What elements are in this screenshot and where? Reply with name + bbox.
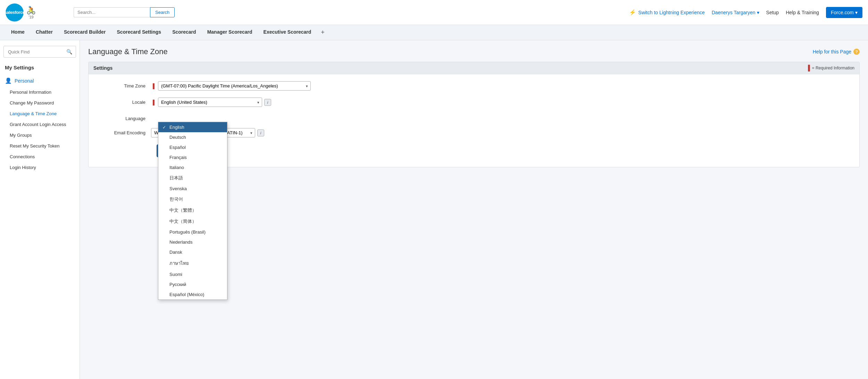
language-option-svenska[interactable]: Svenska bbox=[158, 184, 227, 194]
language-option-nederlands[interactable]: Nederlands bbox=[158, 237, 227, 247]
person-icon: 👤 bbox=[5, 77, 12, 84]
main-layout: 🔍 My Settings 👤 Personal Personal Inform… bbox=[0, 40, 868, 379]
sidebar-item-reset-token[interactable]: Reset My Security Token bbox=[0, 141, 80, 151]
user-menu[interactable]: Daenerys Targaryen ▾ bbox=[712, 10, 759, 15]
salesforce-logo: salesforce bbox=[6, 3, 24, 22]
sidebar-item-login-history[interactable]: Login History bbox=[0, 162, 80, 173]
form-buttons: Save Cancel bbox=[157, 144, 845, 157]
settings-panel-header: Settings ▐ = Required Information bbox=[89, 62, 859, 74]
locale-label: Locale bbox=[102, 98, 151, 105]
locale-field: ▐ English (United States) i bbox=[151, 98, 845, 107]
language-option-chinese-simp[interactable]: 中文（简体） bbox=[158, 216, 227, 227]
nav-home[interactable]: Home bbox=[6, 26, 30, 39]
setup-link[interactable]: Setup bbox=[766, 10, 779, 15]
language-option-dansk[interactable]: Dansk bbox=[158, 247, 227, 257]
content-area: Language & Time Zone Help for this Page … bbox=[80, 40, 868, 379]
language-option-thai[interactable]: ภาษาไทย bbox=[158, 257, 227, 269]
sidebar-group-personal[interactable]: 👤 Personal bbox=[0, 75, 80, 87]
language-option-russian[interactable]: Русский bbox=[158, 279, 227, 289]
chevron-down-icon: ▾ bbox=[757, 10, 759, 15]
sidebar-item-grant-login[interactable]: Grant Account Login Access bbox=[0, 119, 80, 130]
logo-area: salesforce 🚴 '19 bbox=[6, 3, 68, 22]
required-bar: ▐ bbox=[806, 65, 810, 71]
language-option-korean[interactable]: 한국어 bbox=[158, 194, 227, 205]
timezone-label: Time Zone bbox=[102, 81, 151, 89]
language-option-japanese[interactable]: 日本語 bbox=[158, 172, 227, 184]
nav-scorecard[interactable]: Scorecard bbox=[167, 26, 201, 39]
language-option-espanol[interactable]: Español bbox=[158, 142, 227, 152]
sidebar-item-connections[interactable]: Connections bbox=[0, 151, 80, 162]
search-input[interactable] bbox=[74, 7, 150, 17]
settings-panel: Settings ▐ = Required Information Time Z… bbox=[88, 62, 860, 167]
help-circle-icon: ? bbox=[853, 49, 860, 55]
language-option-francais[interactable]: Français bbox=[158, 152, 227, 162]
search-icon: 🔍 bbox=[66, 49, 72, 54]
sidebar-item-personal-information[interactable]: Personal Information bbox=[0, 87, 80, 98]
nav-chatter[interactable]: Chatter bbox=[30, 26, 58, 39]
language-option-chinese-trad[interactable]: 中文（繁體） bbox=[158, 205, 227, 216]
language-option-deutsch[interactable]: Deutsch bbox=[158, 132, 227, 142]
lightning-switch-button[interactable]: ⚡ Switch to Lightning Experience bbox=[629, 9, 704, 16]
email-encoding-label: Email Encoding bbox=[102, 128, 151, 135]
content-header: Language & Time Zone Help for this Page … bbox=[88, 47, 860, 56]
nav-scorecard-settings[interactable]: Scorecard Settings bbox=[111, 26, 167, 39]
page-title: Language & Time Zone bbox=[88, 47, 168, 56]
checkmark-icon: ✓ bbox=[162, 125, 167, 130]
language-option-portuguese[interactable]: Português (Brasil) bbox=[158, 227, 227, 237]
sidebar: 🔍 My Settings 👤 Personal Personal Inform… bbox=[0, 40, 80, 379]
chevron-down-icon: ▾ bbox=[855, 10, 858, 15]
force-com-button[interactable]: Force.com ▾ bbox=[826, 7, 862, 18]
language-dropdown: ✓ English Deutsch Español bbox=[158, 122, 227, 300]
timezone-select[interactable]: (GMT-07:00) Pacific Daylight Time (Ameri… bbox=[158, 81, 311, 91]
search-area: Search bbox=[74, 7, 175, 17]
timezone-field: ▐ (GMT-07:00) Pacific Daylight Time (Ame… bbox=[151, 81, 845, 91]
locale-row: Locale ▐ English (United States) i bbox=[102, 98, 845, 107]
nav-scorecard-builder[interactable]: Scorecard Builder bbox=[58, 26, 111, 39]
sidebar-item-change-password[interactable]: Change My Password bbox=[0, 98, 80, 108]
locale-required-indicator: ▐ bbox=[151, 100, 155, 105]
nav-executive-scorecard[interactable]: Executive Scorecard bbox=[258, 26, 317, 39]
top-right-nav: ⚡ Switch to Lightning Experience Daenery… bbox=[629, 7, 862, 18]
language-option-espanol-mexico[interactable]: Español (México) bbox=[158, 289, 227, 300]
quick-find-area[interactable]: 🔍 bbox=[3, 46, 76, 58]
help-training-link[interactable]: Help & Training bbox=[786, 10, 819, 15]
search-button[interactable]: Search bbox=[150, 7, 175, 17]
timezone-row: Time Zone ▐ (GMT-07:00) Pacific Daylight… bbox=[102, 81, 845, 91]
nav-manager-scorecard[interactable]: Manager Scorecard bbox=[202, 26, 258, 39]
timezone-select-wrapper: (GMT-07:00) Pacific Daylight Time (Ameri… bbox=[158, 81, 311, 91]
top-bar: salesforce 🚴 '19 Search ⚡ Switch to Ligh… bbox=[0, 0, 868, 25]
language-label: Language bbox=[102, 114, 151, 121]
locale-select-wrapper: English (United States) bbox=[158, 98, 262, 107]
email-encoding-info-icon[interactable]: i bbox=[257, 129, 264, 136]
locale-info-icon[interactable]: i bbox=[264, 99, 271, 106]
sidebar-item-language-timezone[interactable]: Language & Time Zone bbox=[0, 108, 80, 119]
language-option-italiano[interactable]: Italiano bbox=[158, 162, 227, 172]
language-option-suomi[interactable]: Suomi bbox=[158, 269, 227, 279]
sidebar-item-my-groups[interactable]: My Groups bbox=[0, 130, 80, 141]
locale-select[interactable]: English (United States) bbox=[158, 98, 262, 107]
email-encoding-field: Western Europe (ISO-8859-1, ISO-LATIN-1)… bbox=[151, 128, 845, 137]
help-for-page-link[interactable]: Help for this Page ? bbox=[813, 49, 860, 55]
language-option-english[interactable]: ✓ English bbox=[158, 122, 227, 132]
required-info: ▐ = Required Information bbox=[806, 65, 854, 71]
mascot-badge: 🚴 '19 bbox=[26, 6, 36, 19]
quick-find-input[interactable] bbox=[8, 49, 66, 54]
timezone-required-indicator: ▐ bbox=[151, 83, 155, 89]
sidebar-section-title: My Settings bbox=[0, 62, 80, 73]
nav-add-tab-button[interactable]: + bbox=[317, 25, 329, 40]
language-row: Language bbox=[102, 114, 845, 121]
lightning-icon: ⚡ bbox=[629, 9, 636, 16]
settings-body: Time Zone ▐ (GMT-07:00) Pacific Daylight… bbox=[89, 74, 859, 167]
nav-bar: Home Chatter Scorecard Builder Scorecard… bbox=[0, 25, 868, 40]
